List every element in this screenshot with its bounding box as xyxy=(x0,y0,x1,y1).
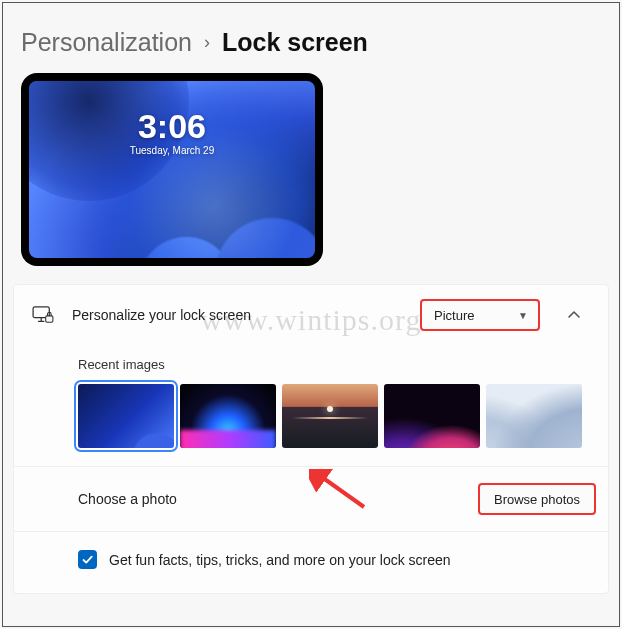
lock-screen-clock: 3:06 Tuesday, March 29 xyxy=(130,109,214,156)
fun-facts-row: Get fun facts, tips, tricks, and more on… xyxy=(78,532,590,575)
personalize-lock-screen-card: Personalize your lock screen Picture ▼ R… xyxy=(13,284,609,594)
choose-photo-label: Choose a photo xyxy=(78,491,177,507)
settings-page: Personalization › Lock screen 3:06 Tuesd… xyxy=(2,2,620,627)
background-type-dropdown[interactable]: Picture ▼ xyxy=(420,299,540,331)
recent-image-thumb[interactable] xyxy=(486,384,582,448)
browse-photos-button[interactable]: Browse photos xyxy=(478,483,596,515)
breadcrumb-current: Lock screen xyxy=(222,28,368,57)
card-title: Personalize your lock screen xyxy=(72,307,402,323)
chevron-right-icon: › xyxy=(204,32,210,53)
monitor-lock-icon xyxy=(32,306,54,324)
breadcrumb: Personalization › Lock screen xyxy=(3,28,619,73)
recent-images-label: Recent images xyxy=(78,357,590,372)
lock-screen-date: Tuesday, March 29 xyxy=(130,145,214,156)
recent-image-thumb[interactable] xyxy=(78,384,174,448)
collapse-button[interactable] xyxy=(558,299,590,331)
choose-photo-row: Choose a photo Browse photos xyxy=(78,467,590,521)
recent-image-thumb[interactable] xyxy=(384,384,480,448)
svg-rect-3 xyxy=(46,316,53,322)
lock-screen-time: 3:06 xyxy=(130,109,214,143)
recent-image-thumb[interactable] xyxy=(180,384,276,448)
recent-images-row xyxy=(78,384,590,448)
recent-image-thumb[interactable] xyxy=(282,384,378,448)
breadcrumb-parent[interactable]: Personalization xyxy=(21,28,192,57)
browse-photos-label: Browse photos xyxy=(494,492,580,507)
dropdown-selected-value: Picture xyxy=(434,308,474,323)
fun-facts-checkbox[interactable] xyxy=(78,550,97,569)
card-body: Recent images Choose a photo Browse phot… xyxy=(14,345,608,593)
chevron-down-icon: ▼ xyxy=(518,310,528,321)
fun-facts-label: Get fun facts, tips, tricks, and more on… xyxy=(109,552,451,568)
card-header[interactable]: Personalize your lock screen Picture ▼ xyxy=(14,285,608,345)
lock-screen-preview-image: 3:06 Tuesday, March 29 xyxy=(29,81,315,258)
lock-screen-preview: 3:06 Tuesday, March 29 xyxy=(21,73,323,266)
